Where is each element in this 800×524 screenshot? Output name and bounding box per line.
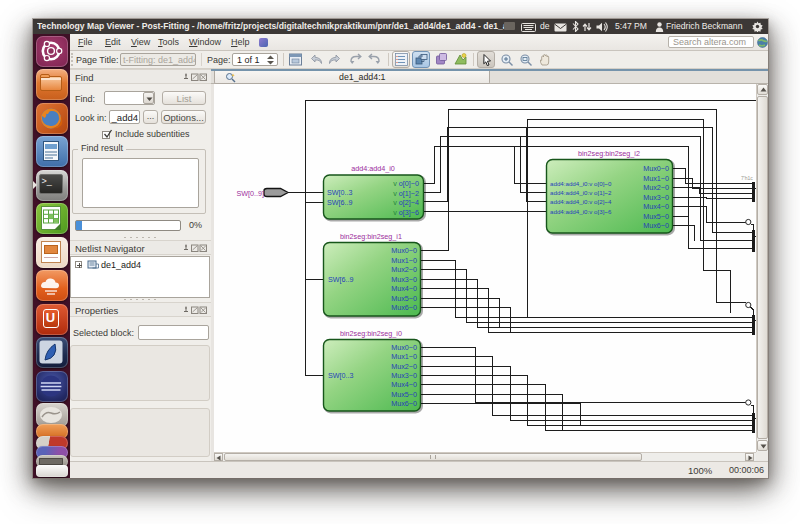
svg-text:SW[0..3: SW[0..3 [327, 188, 353, 197]
svg-text:v o[2]~4: v o[2]~4 [393, 198, 419, 207]
svg-text:add4:add4_i0:v o[2]~4: add4:add4_i0:v o[2]~4 [550, 198, 612, 205]
svg-text:Mux6~0: Mux6~0 [391, 303, 417, 312]
svg-text:SW[0..9]: SW[0..9] [236, 189, 264, 198]
svg-text:Mux4~0: Mux4~0 [643, 202, 669, 211]
svg-text:Mux6~0: Mux6~0 [643, 221, 669, 230]
svg-text:v o[0]~0: v o[0]~0 [393, 179, 419, 188]
svg-text:SW[6..9: SW[6..9 [327, 198, 353, 207]
svg-text:Mux1~0: Mux1~0 [643, 174, 669, 183]
svg-text:add4:add4_i0:v o[3]~6: add4:add4_i0:v o[3]~6 [550, 208, 612, 215]
svg-text:7'h1c: 7'h1c [741, 175, 753, 181]
svg-text:Mux2~0: Mux2~0 [391, 362, 417, 371]
svg-text:v o[1]~2: v o[1]~2 [393, 189, 419, 198]
svg-text:Mux0~0: Mux0~0 [643, 164, 669, 173]
svg-text:v o[3]~6: v o[3]~6 [393, 208, 419, 217]
svg-text:Mux5~0: Mux5~0 [391, 390, 417, 399]
svg-text:Mux3~0: Mux3~0 [391, 275, 417, 284]
svg-text:Mux4~0: Mux4~0 [391, 380, 417, 389]
svg-text:bin2seg:bin2seg_i0: bin2seg:bin2seg_i0 [340, 329, 402, 338]
svg-text:add4:add4_i0:v o[1]~2: add4:add4_i0:v o[1]~2 [550, 189, 612, 196]
svg-text:Mux6~0: Mux6~0 [391, 399, 417, 408]
svg-text:Mux2~0: Mux2~0 [391, 265, 417, 274]
svg-text:Mux3~0: Mux3~0 [391, 371, 417, 380]
svg-text:Mux0~0: Mux0~0 [391, 343, 417, 352]
svg-text:SW[0..3: SW[0..3 [328, 371, 354, 380]
svg-text:Mux4~0: Mux4~0 [391, 284, 417, 293]
svg-text:Mux0~0: Mux0~0 [391, 246, 417, 255]
svg-text:Mux2~0: Mux2~0 [643, 183, 669, 192]
svg-text:add4:add4_i0:v o[0]~0: add4:add4_i0:v o[0]~0 [550, 180, 612, 187]
svg-text:Mux3~0: Mux3~0 [643, 193, 669, 202]
svg-text:Mux1~0: Mux1~0 [391, 256, 417, 265]
svg-text:Mux1~0: Mux1~0 [391, 352, 417, 361]
svg-text:bin2seg:bin2seg_i1: bin2seg:bin2seg_i1 [340, 232, 402, 241]
svg-text:SW[6..9: SW[6..9 [328, 275, 354, 284]
svg-text:add4:add4_i0: add4:add4_i0 [351, 164, 395, 173]
svg-text:bin2seg:bin2seg_i2: bin2seg:bin2seg_i2 [578, 149, 640, 158]
svg-text:Mux5~0: Mux5~0 [391, 294, 417, 303]
svg-text:Mux5~0: Mux5~0 [643, 212, 669, 221]
